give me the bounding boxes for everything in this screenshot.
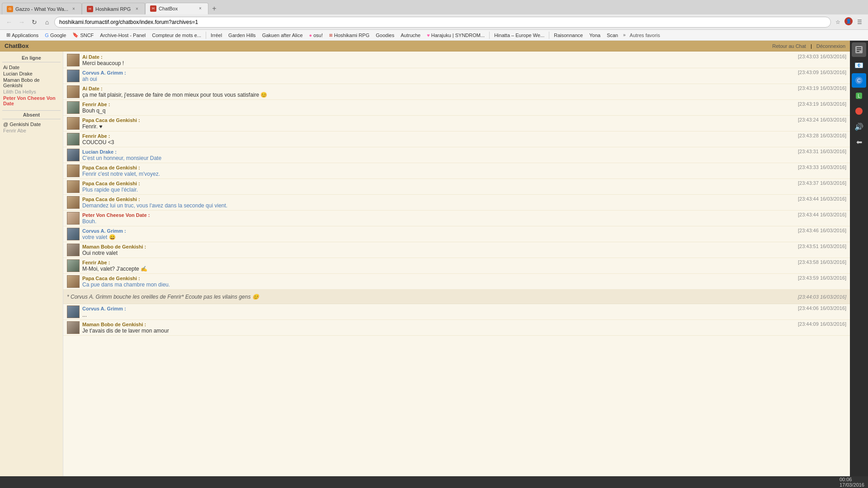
tab-3[interactable]: H ChatBox × [145,3,208,14]
message-body: Ai Date : ça me fait plaisir, j'essave d… [82,85,794,98]
message-time: [23:43:37 16/03/2016] [798,180,846,186]
tab-bar: G Gazzo - What You Wa... × H Hoshikami R… [0,0,868,14]
svg-rect-1 [857,47,861,48]
message-body: Corvus A. Grimm : ... [82,305,794,318]
message-text: Oui notre valet [82,250,794,256]
message-author: Corvus A. Grimm : [82,306,126,311]
message-time: [23:43:44 16/03/2016] [798,196,846,202]
forward-button[interactable]: → [16,17,27,28]
retour-au-chat-link[interactable]: Retour au Chat [772,43,806,49]
bookmark-archive[interactable]: Archive-Host - Panel [97,32,148,38]
deconnexion-link[interactable]: Déconnexion [816,43,845,49]
avatar [67,228,80,240]
svg-rect-3 [857,51,859,52]
message-text: C'est un honneur, monsieur Date [82,155,794,161]
bookmark-scan[interactable]: Scan [604,32,621,38]
address-bar[interactable] [54,17,831,28]
message-time: [23:44:06 16/03/2016] [798,305,846,311]
message-time: [23:43:44 16/03/2016] [798,212,846,217]
bookmark-applications[interactable]: ⊞ Applications [4,32,41,38]
message-time: [23:43:28 16/03/2016] [798,133,846,138]
other-bookmarks[interactable]: Autres favoris [628,33,662,38]
message-time: [23:44:03 16/03/2016] [798,294,846,300]
user-ai-date[interactable]: Ai Date [2,64,61,70]
sidebar-icon-2[interactable]: 📧 [852,58,866,72]
sidebar-icon-4[interactable]: L [852,89,866,103]
tab-title-1: Gazzo - What You Wa... [15,6,68,12]
bookmark-garden[interactable]: Garden Hills [226,32,259,38]
avatar [67,244,80,256]
message-body: Fenrir Abe : Bouh q_q [82,101,794,114]
message-body: Papa Caca de Genkishi : Ca pue dans ma c… [82,275,794,288]
message-author: Papa Caca de Genkishi : [82,117,140,123]
sidebar-icon-expand[interactable]: ⬅ [852,135,866,149]
user-maman-bobo[interactable]: Maman Bobo de Genkishi [2,77,61,89]
sidebar-icon-speaker[interactable]: 🔊 [852,119,866,134]
message-row: Papa Caca de Genkishi : Plus rapide que … [63,179,850,195]
tab-close-3[interactable]: × [197,5,203,12]
bookmark-gakuen[interactable]: Gakuen after Alice [259,32,306,38]
message-body: Lucian Drake : C'est un honneur, monsieu… [82,149,794,161]
nav-bar: ← → ↻ ⌂ ☆ 👤 ☰ [0,14,868,30]
bookmark-google-icon: G [45,33,49,38]
avatar [67,70,80,82]
bookmark-sncf[interactable]: 🔖 SNCF [70,32,96,38]
bookmark-google[interactable]: G Google [42,32,69,38]
message-time: [23:43:59 16/03/2016] [798,275,846,281]
bookmark-star-icon[interactable]: ☆ [833,17,843,27]
user-lucian-drake[interactable]: Lucian Drake [2,70,61,77]
online-title: En ligne [2,54,61,62]
message-row: Papa Caca de Genkishi : Demandez lui un … [63,195,850,211]
bookmark-osu[interactable]: ● osu! [307,32,326,38]
message-time: [23:43:19 16/03/2016] [798,85,846,91]
tab-1[interactable]: G Gazzo - What You Wa... × [2,3,82,14]
avatar [67,180,80,193]
tab-2[interactable]: H Hoshikami RPG × [82,3,145,14]
user-genkishi[interactable]: @ Genkishi Date [2,121,61,127]
message-author: Peter Von Cheese Von Date : [82,212,150,218]
avatar [67,85,80,98]
bookmark-goodies[interactable]: Goodies [373,32,397,38]
bookmark-hinatta[interactable]: Hinatta – Europe We... [491,32,547,38]
message-row: Lucian Drake : C'est un honneur, monsieu… [63,147,850,163]
bookmark-harajuku[interactable]: ♥ Harajuku | SYNDROM... [424,32,487,38]
user-icon[interactable]: 👤 [844,17,853,25]
bookmark-yona[interactable]: Yona [586,32,603,38]
status-time: 00:06 17/03/2016 [840,477,864,488]
new-tab-button[interactable]: + [208,3,220,14]
message-text: Ca pue dans ma chambre mon dieu. [82,282,794,288]
reload-button[interactable]: ↻ [29,17,40,28]
avatar [67,117,80,130]
avatar [67,133,80,145]
svg-text:L: L [858,94,860,99]
bookmark-hoshikami[interactable]: ⊠ Hoshikami RPG [326,32,372,38]
user-peter[interactable]: Peter Von Cheese Von Date [2,95,61,107]
tab-favicon-1: G [7,6,13,12]
avatar [67,101,80,114]
avatar [67,54,80,66]
message-text: Fenrir c'est notre valet, m'voyez. [82,171,794,177]
home-button[interactable]: ⌂ [42,17,52,28]
message-row: Papa Caca de Genkishi : Fenrir c'est not… [63,163,850,179]
bookmark-raisonnance[interactable]: Raisonnance [551,32,585,38]
bookmark-autruche[interactable]: Autruche [398,32,423,38]
user-fenrir-absent[interactable]: Fenrir Abe [2,127,61,134]
back-button[interactable]: ← [4,17,14,28]
message-body: Corvus A. Grimm : votre valet 😄 [82,228,794,240]
sidebar-icon-3[interactable]: C [852,73,866,88]
message-body: Fenrir Abe : M-Moi, valet? J'accepte ✍ [82,259,794,272]
bookmarks-overflow[interactable]: » [622,33,627,38]
chat-messages[interactable]: Ai Date : Merci beaucoup ! [23:43:03 16/… [63,52,850,476]
avatar [67,212,80,225]
tab-title-2: Hoshikami RPG [95,6,132,12]
tab-close-1[interactable]: × [71,6,77,12]
settings-icon[interactable]: ☰ [854,17,864,27]
user-lilith[interactable]: Lilith Da Hellys [2,89,61,95]
message-time: [23:43:24 16/03/2016] [798,117,846,122]
tab-close-2[interactable]: × [134,6,140,12]
bookmark-compteur[interactable]: Compteur de mots e... [149,32,204,38]
message-text: votre valet 😄 [82,234,794,240]
sidebar-icon-5[interactable] [852,104,866,118]
sidebar-icon-1[interactable] [852,42,866,57]
bookmark-irreel[interactable]: Irréel [208,32,225,38]
